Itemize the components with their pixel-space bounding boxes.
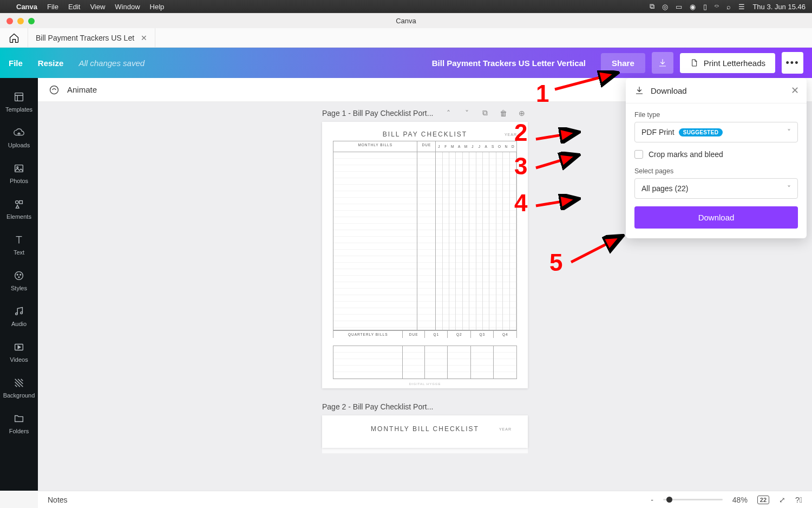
sidepanel-templates[interactable]: Templates bbox=[0, 86, 38, 118]
chevron-down-icon: ˅ bbox=[787, 184, 791, 193]
page-2-label[interactable]: Page 2 - Bill Pay Checklist Port... bbox=[322, 402, 528, 411]
templates-icon bbox=[13, 91, 25, 103]
more-options-button[interactable]: ••• bbox=[782, 52, 803, 74]
flag-icon[interactable]: ▭ bbox=[676, 3, 682, 11]
crop-marks-label: Crop marks and bleed bbox=[649, 150, 723, 159]
traffic-lights[interactable] bbox=[0, 18, 35, 24]
zoom-value[interactable]: 48% bbox=[732, 496, 748, 504]
sidepanel-styles[interactable]: Styles bbox=[0, 264, 38, 297]
sidepanel-background[interactable]: Background bbox=[0, 372, 38, 404]
dropbox-icon[interactable]: ⧉ bbox=[650, 2, 654, 11]
sidepanel-videos[interactable]: Videos bbox=[0, 336, 38, 368]
print-button-label: Print Letterheads bbox=[704, 58, 765, 68]
notes-button[interactable]: Notes bbox=[48, 496, 68, 504]
download-icon bbox=[658, 58, 667, 68]
tab-title: Bill Payment Trackers US Let bbox=[36, 34, 134, 42]
page-1[interactable]: BILL PAY CHECKLIST YEAR MONTHLY BILLS DU… bbox=[322, 122, 528, 388]
folders-icon bbox=[13, 413, 25, 425]
svg-rect-5 bbox=[19, 201, 22, 204]
fullscreen-window-icon[interactable] bbox=[28, 18, 35, 24]
minimize-window-icon[interactable] bbox=[17, 18, 24, 24]
cc-icon[interactable]: ◎ bbox=[662, 3, 668, 11]
crop-marks-checkbox-row[interactable]: Crop marks and bleed bbox=[634, 150, 798, 159]
delete-page-icon[interactable]: 🗑 bbox=[497, 109, 509, 118]
animate-button[interactable]: Animate bbox=[67, 85, 97, 94]
menu-view[interactable]: View bbox=[90, 3, 105, 11]
uploads-icon bbox=[13, 127, 25, 139]
home-icon bbox=[9, 32, 19, 43]
tab-document[interactable]: Bill Payment Trackers US Let ✕ bbox=[28, 28, 155, 48]
document-title: Bill Payment Trackers US Letter Vertical bbox=[432, 58, 586, 68]
sidepanel-photos[interactable]: Photos bbox=[0, 157, 38, 190]
zoom-slider[interactable] bbox=[663, 499, 723, 500]
select-pages-label: Select pages bbox=[634, 167, 798, 175]
page-up-icon[interactable]: ˄ bbox=[442, 109, 454, 118]
sidepanel-folders[interactable]: Folders bbox=[0, 407, 38, 440]
file-menu[interactable]: File bbox=[9, 58, 23, 68]
download-submit-button[interactable]: Download bbox=[634, 206, 798, 229]
elements-icon bbox=[13, 198, 25, 210]
page-count-button[interactable]: 22 bbox=[757, 496, 769, 504]
page-2-header: Page 2 - Bill Pay Checklist Port... bbox=[322, 396, 528, 415]
select-pages-value: All pages (22) bbox=[641, 184, 688, 193]
select-pages-select[interactable]: All pages (22) ˅ bbox=[634, 178, 798, 199]
menu-file[interactable]: File bbox=[47, 3, 58, 11]
battery-icon[interactable]: ▯ bbox=[703, 3, 707, 11]
page-1-label[interactable]: Page 1 - Bill Pay Checklist Port... bbox=[322, 109, 436, 118]
close-window-icon[interactable] bbox=[6, 18, 13, 24]
svg-point-9 bbox=[18, 277, 19, 278]
svg-line-13 bbox=[536, 156, 575, 168]
wifi-icon[interactable]: ⌔ bbox=[715, 3, 719, 11]
file-type-value: PDF Print bbox=[641, 128, 675, 136]
window-titlebar: Canva bbox=[0, 13, 812, 28]
fullscreen-icon[interactable]: ⤢ bbox=[779, 496, 785, 504]
panel-title: Download bbox=[651, 86, 687, 95]
annotation-arrow-3 bbox=[533, 152, 582, 173]
svg-point-0 bbox=[50, 86, 58, 94]
home-button[interactable] bbox=[0, 28, 28, 48]
page-2[interactable]: MONTHLY BILL CHECKLIST YEAR bbox=[322, 415, 528, 448]
window-title: Canva bbox=[396, 17, 416, 25]
app-name[interactable]: Canva bbox=[16, 3, 37, 11]
videos-icon bbox=[13, 341, 25, 353]
spotlight-icon[interactable]: ⌕ bbox=[726, 3, 731, 11]
page-1-header: Page 1 - Bill Pay Checklist Port... ˄ ˅ … bbox=[322, 102, 528, 122]
record-icon[interactable]: ◉ bbox=[690, 3, 696, 11]
sidepanel-uploads[interactable]: Uploads bbox=[0, 121, 38, 154]
background-icon bbox=[13, 377, 25, 389]
sidepanel-elements[interactable]: Elements bbox=[0, 193, 38, 225]
control-center-icon[interactable]: ☰ bbox=[738, 3, 745, 11]
menu-help[interactable]: Help bbox=[150, 3, 165, 11]
duplicate-page-icon[interactable]: ⧉ bbox=[479, 108, 491, 118]
download-button[interactable] bbox=[652, 52, 673, 74]
page-down-icon[interactable]: ˅ bbox=[461, 109, 473, 118]
clock[interactable]: Thu 3. Jun 15.46 bbox=[752, 3, 806, 11]
add-page-icon[interactable]: ⊕ bbox=[516, 109, 528, 118]
suggested-badge: SUGGESTED bbox=[679, 128, 723, 136]
page-2-heading: MONTHLY BILL CHECKLIST bbox=[333, 425, 517, 433]
crop-marks-checkbox[interactable] bbox=[634, 150, 643, 159]
macos-menubar: Canva File Edit View Window Help ⧉ ◎ ▭ ◉… bbox=[0, 0, 812, 13]
svg-point-7 bbox=[17, 274, 18, 275]
annotation-4: 4 bbox=[514, 190, 527, 217]
resize-menu[interactable]: Resize bbox=[38, 58, 64, 68]
sidepanel-audio[interactable]: Audio bbox=[0, 300, 38, 333]
close-panel-icon[interactable]: ✕ bbox=[791, 84, 799, 96]
sidepanel-text[interactable]: Text bbox=[0, 229, 38, 261]
print-letterheads-button[interactable]: Print Letterheads bbox=[680, 53, 775, 73]
file-type-select[interactable]: PDF Print SUGGESTED ˅ bbox=[634, 122, 798, 142]
photos-icon bbox=[13, 162, 25, 174]
svg-rect-1 bbox=[15, 93, 23, 101]
save-status: All changes saved bbox=[78, 58, 145, 68]
share-button[interactable]: Share bbox=[601, 53, 645, 73]
menu-edit[interactable]: Edit bbox=[68, 3, 80, 11]
svg-line-12 bbox=[536, 133, 575, 139]
svg-point-8 bbox=[20, 274, 21, 275]
download-panel: Download ✕ File type PDF Print SUGGESTED… bbox=[626, 78, 807, 238]
svg-point-4 bbox=[16, 201, 18, 204]
annotation-3: 3 bbox=[514, 153, 527, 180]
tab-close-icon[interactable]: ✕ bbox=[141, 34, 147, 42]
help-icon[interactable]: ?⃝ bbox=[795, 496, 802, 504]
chevron-down-icon: ˅ bbox=[787, 128, 791, 136]
menu-window[interactable]: Window bbox=[115, 3, 140, 11]
